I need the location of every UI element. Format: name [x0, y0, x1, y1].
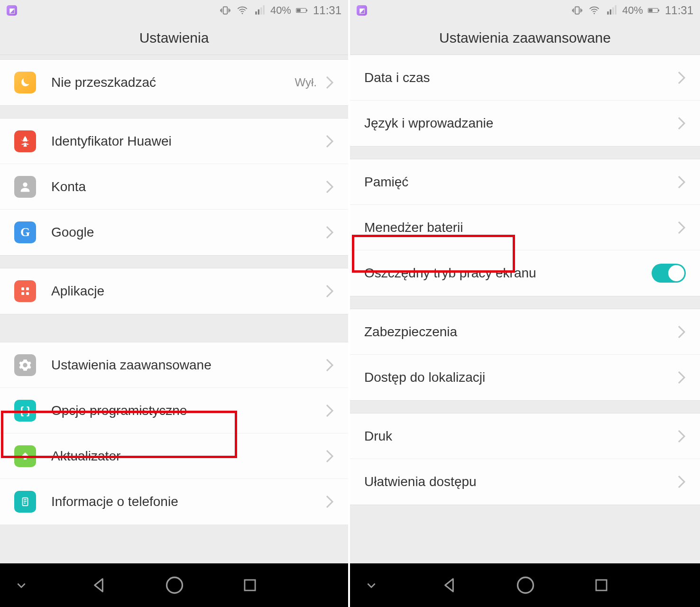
svg-rect-25 — [615, 5, 616, 15]
chevron-right-icon — [677, 221, 686, 235]
arrow-up-icon — [14, 445, 36, 467]
moon-icon — [14, 72, 36, 93]
row-label: Oszczędny tryb pracy ekranu — [364, 266, 652, 281]
phone-settings-main: ◩ 40% 11:31 Ustawienia — [0, 0, 350, 607]
row-value: Wył. — [295, 76, 317, 89]
vibrate-icon — [571, 4, 583, 17]
clock: 11:31 — [313, 4, 341, 17]
row-developer-options[interactable]: { } Opcje programistyczne — [0, 388, 348, 433]
power-saving-toggle[interactable] — [652, 264, 686, 283]
row-label: Google — [51, 225, 325, 240]
chevron-right-icon — [325, 404, 334, 418]
huawei-icon — [14, 130, 36, 152]
notification-app-icon: ◩ — [7, 5, 17, 16]
svg-point-18 — [167, 578, 183, 593]
nav-chevron-down-icon[interactable] — [359, 579, 383, 591]
chevron-right-icon — [325, 495, 334, 509]
row-apps[interactable]: Aplikacje — [0, 268, 348, 314]
svg-rect-5 — [263, 5, 264, 15]
svg-rect-10 — [21, 287, 24, 290]
svg-rect-28 — [658, 9, 659, 11]
row-label: Aplikacje — [51, 284, 325, 299]
row-google[interactable]: G Google — [0, 210, 348, 255]
row-label: Informacje o telefonie — [51, 494, 325, 509]
svg-rect-8 — [306, 9, 307, 11]
row-about-phone[interactable]: Informacje o telefonie — [0, 479, 348, 524]
battery-percent: 40% — [270, 4, 291, 17]
nav-back-button[interactable] — [440, 576, 459, 595]
svg-rect-20 — [575, 7, 580, 14]
chevron-right-icon — [325, 225, 334, 239]
settings-list[interactable]: Nie przeszkadzać Wył. Identyfikator Huaw… — [0, 55, 348, 563]
svg-rect-19 — [245, 580, 255, 590]
row-updater[interactable]: Aktualizator — [0, 433, 348, 479]
page-title-text: Ustawienia zaawansowane — [439, 30, 611, 46]
row-accessibility[interactable]: Ułatwienia dostępu — [350, 459, 700, 505]
svg-rect-3 — [258, 9, 259, 15]
svg-rect-4 — [260, 8, 262, 15]
battery-icon — [648, 4, 660, 17]
google-icon: G — [14, 221, 36, 243]
notification-app-icon: ◩ — [357, 5, 367, 16]
row-accounts[interactable]: Konta — [0, 164, 348, 210]
page-title: Ustawienia zaawansowane — [350, 21, 700, 55]
chevron-right-icon — [325, 134, 334, 148]
chevron-right-icon — [325, 358, 334, 372]
svg-point-9 — [23, 182, 27, 186]
row-label: Język i wprowadzanie — [364, 116, 677, 131]
svg-rect-7 — [297, 9, 301, 12]
navigation-bar — [0, 563, 348, 607]
nav-home-button[interactable] — [515, 575, 536, 596]
signal-icon — [253, 4, 266, 17]
wifi-icon — [588, 4, 600, 17]
row-print[interactable]: Druk — [350, 414, 700, 459]
nav-home-button[interactable] — [164, 575, 185, 596]
svg-rect-23 — [610, 9, 611, 15]
row-label: Aktualizator — [51, 449, 325, 464]
nav-back-button[interactable] — [89, 576, 108, 595]
clock: 11:31 — [665, 4, 693, 17]
row-label: Opcje programistyczne — [51, 403, 325, 418]
row-label: Ustawienia zaawansowane — [51, 358, 325, 373]
nav-recent-button[interactable] — [241, 576, 259, 594]
row-date-time[interactable]: Data i czas — [350, 55, 700, 101]
row-label: Nie przeszkadzać — [51, 75, 295, 90]
svg-rect-27 — [649, 9, 653, 12]
row-label: Konta — [51, 179, 325, 194]
advanced-settings-list[interactable]: Data i czas Język i wprowadzanie Pamięć … — [350, 55, 700, 563]
chevron-right-icon — [677, 325, 686, 339]
row-location-access[interactable]: Dostęp do lokalizacji — [350, 355, 700, 400]
svg-rect-24 — [612, 8, 614, 15]
svg-rect-12 — [21, 292, 24, 295]
row-advanced-settings[interactable]: Ustawienia zaawansowane — [0, 342, 348, 388]
row-label: Identyfikator Huawei — [51, 134, 325, 149]
svg-rect-13 — [26, 292, 29, 295]
svg-point-21 — [594, 13, 595, 14]
battery-icon — [296, 4, 308, 17]
svg-point-29 — [518, 578, 534, 593]
status-bar: ◩ 40% 11:31 — [350, 0, 700, 21]
chevron-right-icon — [325, 75, 334, 90]
wifi-icon — [236, 4, 249, 17]
row-label: Druk — [364, 429, 677, 444]
row-label: Data i czas — [364, 70, 677, 85]
chevron-right-icon — [677, 175, 686, 189]
row-label: Menedżer baterii — [364, 220, 677, 235]
chevron-right-icon — [677, 475, 686, 489]
battery-percent: 40% — [622, 4, 643, 17]
svg-point-1 — [242, 13, 243, 14]
nav-chevron-down-icon[interactable] — [9, 579, 33, 591]
chevron-right-icon — [677, 71, 686, 85]
nav-recent-button[interactable] — [592, 576, 610, 594]
chevron-right-icon — [677, 429, 686, 443]
row-power-saving-screen[interactable]: Oszczędny tryb pracy ekranu — [350, 250, 700, 296]
row-battery-manager[interactable]: Menedżer baterii — [350, 205, 700, 250]
row-memory[interactable]: Pamięć — [350, 159, 700, 205]
row-huawei-id[interactable]: Identyfikator Huawei — [0, 119, 348, 164]
row-language-input[interactable]: Język i wprowadzanie — [350, 101, 700, 146]
phone-advanced-settings: ◩ 40% 11:31 Ustawienia zaawansowane Data… — [350, 0, 700, 607]
navigation-bar — [350, 563, 700, 607]
row-security[interactable]: Zabezpieczenia — [350, 309, 700, 355]
row-do-not-disturb[interactable]: Nie przeszkadzać Wył. — [0, 60, 348, 105]
row-label: Zabezpieczenia — [364, 324, 677, 340]
